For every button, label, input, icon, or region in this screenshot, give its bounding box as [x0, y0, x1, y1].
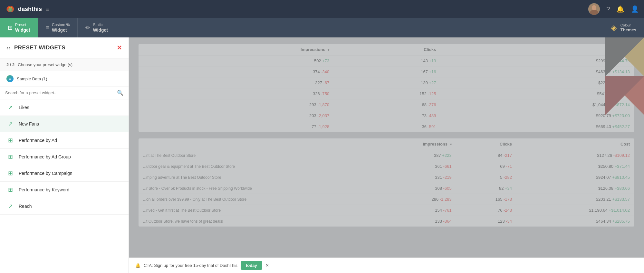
main-area: ‹‹ PRESET WIDGETS ✕ 2 / 2 Choose your pr… — [0, 37, 644, 273]
tab-custom[interactable]: ≡ Custom % Widget — [38, 18, 78, 37]
colour-themes-label: Colour Themes — [620, 23, 636, 33]
search-icon[interactable]: 🔍 — [117, 90, 123, 96]
datasource-name: Sample Data (1) — [17, 76, 47, 81]
widget-item-likes[interactable]: ↗ Likes — [0, 99, 129, 116]
cta-bar: 🔔 CTA: Sign up for your free 15-day tria… — [129, 258, 644, 273]
logo-icon — [5, 4, 15, 14]
preset-tab-icon: ⊞ — [8, 24, 13, 31]
avatar[interactable] — [588, 3, 600, 15]
performance-by-keyword-label: Performance by Keyword — [19, 187, 69, 192]
performance-by-ad-group-icon: ⊞ — [6, 153, 14, 160]
performance-by-campaign-label: Performance by Campaign — [19, 171, 72, 176]
performance-by-ad-label: Performance by Ad — [19, 138, 57, 143]
close-icon[interactable]: ✕ — [117, 44, 122, 52]
content-area: Impressions ▾ Clicks Cost — [129, 37, 644, 273]
search-input[interactable] — [5, 90, 114, 95]
likes-label: Likes — [19, 105, 29, 110]
back-icon[interactable]: ‹‹ — [6, 45, 10, 51]
search-bar: 🔍 — [0, 86, 129, 99]
widget-item-performance-by-campaign[interactable]: ⊞ Performance by Campaign — [0, 165, 129, 182]
static-tab-label: Static Widget — [93, 23, 108, 33]
sidebar-title: PRESET WIDGETS — [14, 45, 65, 51]
widget-item-new-fans[interactable]: ↗ New Fans — [0, 116, 129, 132]
widget-list: ↗ Likes ↗ New Fans ⊞ Performance by Ad ⊞… — [0, 99, 129, 273]
new-fans-icon: ↗ — [6, 120, 14, 127]
step-badge: 2 / 2 — [6, 62, 14, 67]
hamburger-icon[interactable]: ≡ — [46, 5, 50, 13]
static-tab-icon: ✏ — [85, 24, 90, 31]
performance-by-ad-group-label: Performance by Ad Group — [19, 154, 71, 159]
cta-button[interactable]: today — [241, 261, 262, 270]
sidebar-step: 2 / 2 Choose your preset widget(s) — [0, 58, 129, 71]
widget-item-performance-by-ad-group[interactable]: ⊞ Performance by Ad Group — [0, 149, 129, 165]
cta-text: CTA: Sign up for your free 15-day trial … — [144, 263, 237, 268]
performance-by-ad-icon: ⊞ — [6, 137, 14, 144]
svg-point-1 — [592, 5, 596, 10]
sidebar-header: ‹‹ PRESET WIDGETS ✕ — [0, 37, 129, 58]
help-icon[interactable]: ? — [606, 5, 610, 13]
header-right: ? 🔔 👤 — [588, 3, 639, 15]
colour-themes-tab[interactable]: ◈ Colour Themes — [603, 18, 644, 37]
tab-static[interactable]: ✏ Static Widget — [78, 18, 116, 37]
user-icon[interactable]: 👤 — [631, 5, 639, 13]
sidebar: ‹‹ PRESET WIDGETS ✕ 2 / 2 Choose your pr… — [0, 37, 129, 273]
reach-label: Reach — [19, 204, 32, 209]
reach-icon: ↗ — [6, 203, 14, 210]
custom-tab-label: Custom % Widget — [52, 23, 70, 33]
header: dashthis ≡ ? 🔔 👤 — [0, 0, 644, 18]
widget-item-performance-by-keyword[interactable]: ⊞ Performance by Keyword — [0, 182, 129, 198]
new-fans-label: New Fans — [19, 121, 39, 126]
sidebar-header-left: ‹‹ PRESET WIDGETS — [6, 45, 65, 51]
logo-text: dashthis — [18, 6, 42, 13]
tab-preset[interactable]: ⊞ Preset Widget — [0, 18, 38, 37]
widget-item-reach[interactable]: ↗ Reach — [0, 198, 129, 215]
content-overlay — [129, 37, 644, 273]
performance-by-campaign-icon: ⊞ — [6, 170, 14, 177]
cta-icon: 🔔 — [135, 263, 140, 268]
datasource-icon: ● — [6, 75, 14, 82]
performance-by-keyword-icon: ⊞ — [6, 186, 14, 193]
preset-tab-label: Preset Widget — [15, 23, 30, 33]
sidebar-datasource: ● Sample Data (1) — [0, 71, 129, 86]
logo: dashthis — [5, 4, 42, 14]
step-text: Choose your preset widget(s) — [18, 62, 72, 67]
widget-item-performance-by-ad[interactable]: ⊞ Performance by Ad — [0, 132, 129, 149]
likes-icon: ↗ — [6, 104, 14, 111]
colour-themes-icon: ◈ — [611, 23, 617, 32]
custom-tab-icon: ≡ — [46, 25, 50, 31]
header-left: dashthis ≡ — [5, 4, 50, 14]
notification-icon[interactable]: 🔔 — [616, 5, 624, 13]
tab-bar: ⊞ Preset Widget ≡ Custom % Widget ✏ Stat… — [0, 18, 644, 37]
cta-close-icon[interactable]: ✕ — [265, 263, 269, 268]
